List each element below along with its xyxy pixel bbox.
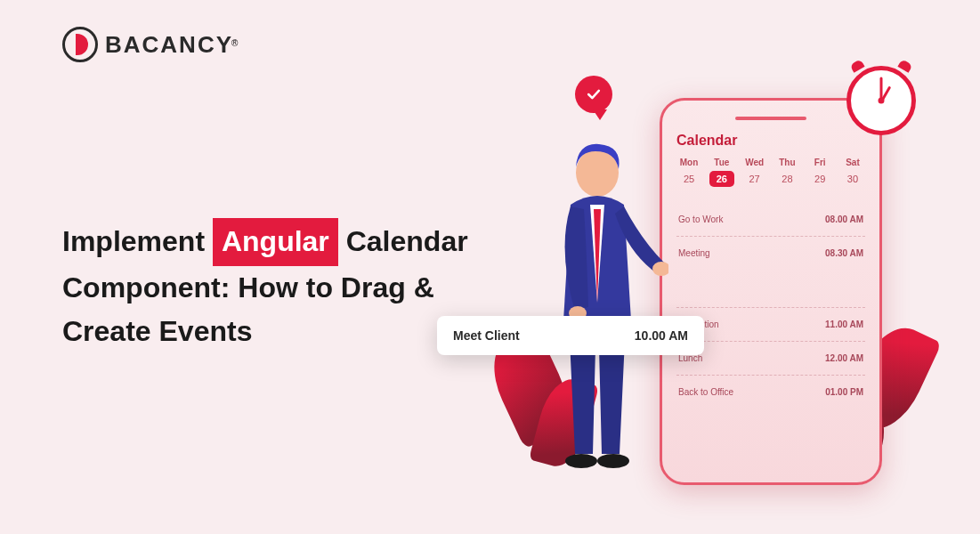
event-time: 11.00 AM (825, 320, 863, 329)
illustration-scene: Calendar Mon Tue Wed Thu Fri Sat 25 26 2… (508, 67, 918, 494)
logo-registered: ® (231, 38, 238, 48)
day-label: Wed (742, 158, 767, 167)
date-cell[interactable]: 28 (774, 171, 799, 187)
event-label: Meeting (678, 248, 710, 258)
floating-event-time: 10.00 AM (635, 328, 688, 343)
event-row[interactable]: Inspection11.00 AM (676, 307, 865, 341)
clock-center-dot (879, 98, 885, 104)
headline-line3: Create Events (62, 310, 468, 354)
event-time: 12.00 AM (825, 353, 863, 363)
headline-part2: Calendar (346, 225, 468, 257)
phone-notch-icon (735, 117, 806, 120)
logo-text: BACANCY® (105, 31, 238, 59)
date-cell[interactable]: 25 (676, 171, 701, 187)
event-row[interactable]: Back to Office01.00 PM (676, 375, 865, 409)
event-row[interactable]: Go to Work08.00 AM (676, 203, 865, 236)
calendar-title: Calendar (676, 133, 865, 149)
clock-face-icon (846, 66, 916, 135)
day-label: Sat (840, 158, 865, 167)
phone-mockup: Calendar Mon Tue Wed Thu Fri Sat 25 26 2… (660, 98, 882, 485)
date-cell-selected[interactable]: 26 (709, 171, 734, 187)
event-time: 01.00 PM (825, 387, 863, 397)
day-label: Thu (774, 158, 799, 167)
floating-event-label: Meet Client (453, 328, 520, 343)
svg-point-4 (597, 454, 629, 468)
svg-point-3 (565, 454, 597, 468)
headline-part1: Implement (62, 225, 205, 257)
logo-mark-icon (62, 27, 98, 62)
event-row[interactable]: Meeting08.30 AM (676, 236, 865, 270)
day-label: Mon (676, 158, 701, 167)
date-cell[interactable]: 29 (807, 171, 832, 187)
logo-name: BACANCY (105, 31, 233, 58)
day-label: Tue (709, 158, 734, 167)
event-label: Go to Work (678, 214, 723, 224)
event-label: Back to Office (678, 387, 733, 397)
check-icon (585, 85, 603, 103)
headline-line2: Component: How to Drag & (62, 266, 468, 311)
person-illustration-icon (526, 125, 668, 481)
event-time: 08.00 AM (825, 214, 863, 224)
brand-logo: BACANCY® (62, 27, 238, 62)
floating-event-card[interactable]: Meet Client 10.00 AM (437, 316, 704, 355)
calendar-dates-row: 25 26 27 28 29 30 (676, 171, 865, 187)
headline-highlight: Angular (213, 218, 338, 266)
event-list: Go to Work08.00 AM Meeting08.30 AM Inspe… (676, 203, 865, 409)
calendar-days-row: Mon Tue Wed Thu Fri Sat (676, 158, 865, 167)
page-title: Implement Angular Calendar Component: Ho… (62, 218, 468, 354)
event-time: 08.30 AM (825, 248, 863, 258)
date-cell[interactable]: 30 (840, 171, 865, 187)
day-label: Fri (807, 158, 832, 167)
checkmark-bubble-icon (575, 76, 612, 113)
date-cell[interactable]: 27 (742, 171, 767, 187)
clock-icon (840, 60, 922, 142)
event-row[interactable]: Lunch12.00 AM (676, 341, 865, 375)
